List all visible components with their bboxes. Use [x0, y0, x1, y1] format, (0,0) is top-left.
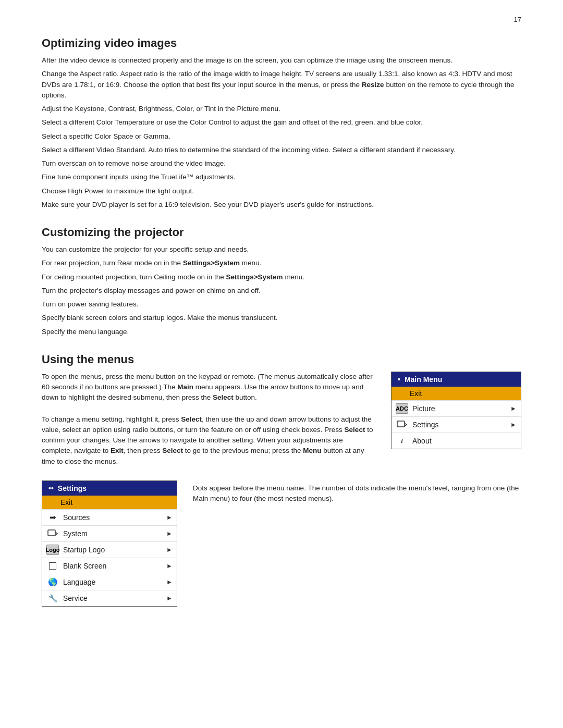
settings-arrow: ►	[510, 421, 517, 428]
settings-menu-system[interactable]: System ►	[42, 525, 177, 541]
main-menu-box: • Main Menu Exit ADC Picture ►	[391, 372, 521, 449]
settings-menu-container: •• Settings Exit ➡ Sources ►	[42, 480, 177, 607]
startup-logo-label: Startup Logo	[63, 546, 162, 554]
sources-label: Sources	[63, 513, 162, 522]
picture-icon: ADC	[396, 403, 408, 414]
page-number: 17	[514, 16, 521, 23]
section1-para7: Turn overscan on to remove noise around …	[42, 158, 521, 169]
section1-para4: Select a different Color Temperature or …	[42, 117, 521, 128]
blank-screen-icon	[46, 561, 59, 571]
svg-rect-0	[397, 421, 405, 427]
section-optimizing: Optimizing video images After the video …	[42, 36, 521, 210]
blank-screen-arrow: ►	[166, 562, 173, 570]
using-menus-left-text: To open the menus, press the menu button…	[42, 372, 375, 470]
main-menu: • Main Menu Exit ADC Picture ►	[391, 372, 521, 449]
main-menu-settings[interactable]: Settings ►	[391, 416, 521, 433]
startup-logo-arrow: ►	[166, 546, 173, 553]
main-menu-about[interactable]: i About	[391, 433, 521, 449]
section-customizing: Customizing the projector You can custom…	[42, 226, 521, 337]
section2-para6: Specify blank screen colors and startup …	[42, 313, 521, 323]
section1-para8: Fine tune component inputs using the Tru…	[42, 172, 521, 182]
settings-menu-sources[interactable]: ➡ Sources ►	[42, 509, 177, 525]
about-label: About	[412, 437, 517, 445]
sources-arrow: ►	[166, 514, 173, 521]
dots-description-text: Dots appear before the menu name. The nu…	[193, 480, 521, 508]
settings-menu-section: •• Settings Exit ➡ Sources ►	[42, 480, 521, 607]
settings-menu-language[interactable]: 🌎 Language ►	[42, 574, 177, 590]
language-arrow: ►	[166, 578, 173, 586]
section1-para3: Adjust the Keystone, Contrast, Brightnes…	[42, 104, 521, 114]
about-icon: i	[396, 436, 408, 446]
section3-title: Using the menus	[42, 353, 521, 366]
settings-menu-dots: ••	[48, 484, 54, 492]
section2-para7: Specify the menu language.	[42, 327, 521, 337]
main-menu-title: Main Menu	[405, 375, 442, 384]
section2-para1: You can customize the projector for your…	[42, 244, 521, 255]
section1-para1: After the video device is connected prop…	[42, 55, 521, 66]
picture-label: Picture	[412, 404, 506, 413]
settings-menu-blank-screen[interactable]: Blank Screen ►	[42, 558, 177, 574]
picture-arrow: ►	[510, 405, 517, 412]
system-label: System	[63, 529, 162, 538]
service-icon: 🔧	[46, 593, 59, 603]
settings-menu-header: •• Settings	[42, 481, 177, 496]
settings-menu: •• Settings Exit ➡ Sources ►	[42, 480, 177, 607]
service-arrow: ►	[166, 595, 173, 602]
section2-para2: For rear projection, turn Rear mode on i…	[42, 258, 521, 268]
main-menu-dot: •	[398, 375, 400, 384]
service-label: Service	[63, 594, 162, 602]
main-menu-picture[interactable]: ADC Picture ►	[391, 400, 521, 416]
section2-para5: Turn on power saving features.	[42, 299, 521, 310]
section2-para4: Turn the projector's display messages an…	[42, 286, 521, 296]
section1-para10: Make sure your DVD player is set for a 1…	[42, 200, 521, 210]
settings-menu-service[interactable]: 🔧 Service ►	[42, 590, 177, 606]
section1-title: Optimizing video images	[42, 36, 521, 50]
main-menu-header: • Main Menu	[391, 372, 521, 387]
settings-menu-startup-logo[interactable]: Logo Startup Logo ►	[42, 541, 177, 558]
section1-para2: Change the Aspect ratio. Aspect ratio is…	[42, 69, 521, 101]
system-icon	[46, 528, 59, 539]
section1-para6: Select a different Video Standard. Auto …	[42, 145, 521, 155]
using-menus-para2: To change a menu setting, highlight it, …	[42, 414, 375, 467]
settings-icon	[396, 419, 408, 430]
main-menu-exit[interactable]: Exit	[391, 387, 521, 400]
dots-description: Dots appear before the menu name. The nu…	[193, 483, 521, 504]
section-using-menus: Using the menus To open the menus, press…	[42, 353, 521, 607]
startup-logo-icon: Logo	[46, 545, 59, 555]
using-menus-para1: To open the menus, press the menu button…	[42, 372, 375, 403]
section2-title: Customizing the projector	[42, 226, 521, 239]
svg-rect-1	[48, 530, 55, 536]
sources-icon: ➡	[46, 512, 59, 523]
settings-label: Settings	[412, 421, 506, 429]
section1-para9: Choose High Power to maximize the light …	[42, 186, 521, 196]
section1-para5: Select a specific Color Space or Gamma.	[42, 131, 521, 142]
settings-menu-title: Settings	[58, 484, 87, 492]
settings-menu-exit[interactable]: Exit	[42, 496, 177, 509]
system-arrow: ►	[166, 530, 173, 537]
language-icon: 🌎	[46, 577, 59, 587]
using-menus-two-col: To open the menus, press the menu button…	[42, 372, 521, 470]
section2-para3: For ceiling mounted projection, turn Cei…	[42, 272, 521, 282]
blank-screen-label: Blank Screen	[63, 562, 162, 570]
language-label: Language	[63, 578, 162, 586]
